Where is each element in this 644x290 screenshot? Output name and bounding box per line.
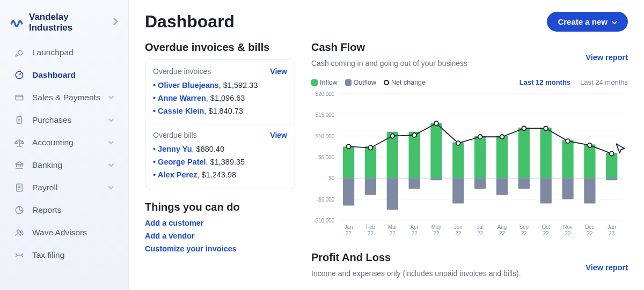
gauge-icon — [14, 70, 25, 80]
outflow-bar — [452, 178, 464, 203]
svg-point-6 — [20, 231, 23, 233]
inflow-bar — [343, 146, 354, 178]
overdue-invoice-name[interactable]: Oliver Bluejeans — [158, 81, 219, 90]
inflow-bar — [562, 140, 573, 179]
cashflow-view-report[interactable]: View report — [586, 53, 628, 62]
sidebar-item-wave-advisors[interactable]: Wave Advisors — [4, 222, 124, 243]
x-tick-label: Sep — [519, 224, 529, 230]
bank-icon — [14, 160, 25, 170]
things-heading: Things you can do — [145, 201, 295, 213]
overdue-bills-title: Overdue bills — [153, 131, 197, 139]
net-point — [500, 135, 504, 139]
netchange-dot — [384, 80, 389, 85]
x-tick-label: Nov — [563, 224, 573, 230]
overdue-card: Overdue invoices View Oliver Bluejeans, … — [145, 59, 295, 189]
chevron-down-icon — [108, 115, 114, 125]
overdue-invoices-view[interactable]: View — [270, 67, 287, 76]
y-tick-label: $15,000 — [316, 112, 335, 118]
inflow-swatch — [311, 79, 318, 86]
main: Dashboard Create a new Overdue invoices … — [129, 0, 644, 290]
sidebar-item-dashboard[interactable]: Dashboard — [4, 64, 124, 86]
sidebar-item-purchases[interactable]: Purchases — [4, 109, 124, 131]
net-point — [456, 141, 460, 145]
page-title: Dashboard — [145, 12, 235, 32]
overdue-bills-view[interactable]: View — [270, 131, 287, 139]
reports-icon — [14, 205, 25, 215]
chevron-down-icon — [108, 183, 114, 192]
outflow-bar — [496, 178, 508, 195]
inflow-bar — [518, 128, 530, 178]
overdue-invoice-name[interactable]: Cassie Klein — [158, 107, 204, 115]
action-customize-your-invoices[interactable]: Customize your invoices — [145, 244, 295, 253]
x-tick-label: Feb — [366, 224, 375, 230]
inflow-bar — [409, 132, 420, 179]
x-tick-label: Jul — [477, 224, 484, 230]
x-tick-label: 22 — [455, 230, 461, 236]
inflow-bar — [474, 136, 486, 179]
overdue-invoice-name[interactable]: Anne Warren — [158, 94, 206, 102]
inflow-bar — [452, 142, 464, 178]
logo-icon — [10, 16, 24, 29]
x-tick-label: 22 — [543, 230, 549, 236]
outflow-bar — [387, 178, 398, 210]
sidebar-item-accounting[interactable]: Accounting — [4, 132, 124, 153]
outflow-bar — [430, 178, 442, 180]
inflow-bar — [540, 128, 552, 178]
net-point — [478, 135, 482, 139]
outflow-bar — [540, 178, 552, 203]
x-tick-label: 22 — [412, 230, 418, 236]
overdue-bill-name[interactable]: George Patel — [158, 158, 206, 166]
overdue-invoice-row: Cassie Klein, $1,840.73 — [153, 105, 287, 117]
action-add-a-customer[interactable]: Add a customer — [145, 219, 295, 227]
inflow-bar — [430, 123, 442, 178]
chart-legend: Inflow Outflow Net change — [311, 79, 426, 86]
overdue-bill-row: George Patel, $1,389.35 — [153, 155, 287, 168]
y-tick-label: $5,000 — [318, 154, 335, 160]
overdue-heading: Overdue invoices & bills — [145, 41, 295, 54]
sidebar-item-banking[interactable]: Banking — [4, 154, 124, 176]
net-point — [434, 121, 438, 125]
sidebar-item-tax-filing[interactable]: Tax filing — [4, 244, 124, 266]
rocket-icon — [14, 47, 25, 58]
overdue-bill-row: Jenny Yu, $880.40 — [153, 143, 287, 155]
card-icon — [14, 92, 25, 103]
x-tick-label: Dec — [585, 224, 595, 230]
x-tick-label: Jun — [454, 224, 463, 230]
create-new-button[interactable]: Create a new — [547, 12, 628, 32]
net-point — [412, 133, 416, 137]
sidebar-item-label: Accounting — [32, 138, 74, 147]
taxes-icon — [14, 250, 25, 261]
net-point — [566, 139, 570, 143]
chevron-right-icon — [113, 17, 119, 28]
overdue-bill-name[interactable]: Alex Perez — [158, 170, 197, 179]
pl-view-report[interactable]: View report — [586, 263, 628, 272]
sidebar-item-sales-payments[interactable]: Sales & Payments — [4, 87, 124, 108]
paycheck-icon — [14, 182, 25, 193]
net-point — [369, 146, 373, 150]
y-tick-label: $20,000 — [316, 91, 335, 97]
action-add-a-vendor[interactable]: Add a vendor — [145, 232, 295, 240]
overdue-bill-row: Alex Perez, $1,243.98 — [153, 168, 287, 181]
x-tick-label: Oct — [542, 224, 551, 230]
outflow-bar — [409, 178, 420, 189]
x-tick-label: 22 — [346, 230, 352, 236]
x-tick-label: 22 — [499, 230, 505, 236]
sidebar-item-launchpad[interactable]: Launchpad — [4, 42, 124, 63]
x-tick-label: 22 — [477, 230, 483, 236]
outflow-swatch — [345, 79, 352, 86]
sidebar-item-reports[interactable]: Reports — [4, 199, 124, 221]
range-12[interactable]: Last 12 months — [519, 78, 570, 86]
pl-heading: Profit And Loss — [311, 251, 521, 264]
clipboard-icon — [14, 115, 25, 125]
x-tick-label: 22 — [368, 230, 374, 236]
x-tick-label: 22 — [434, 230, 440, 236]
company-name: Vandelay Industries — [29, 12, 108, 33]
sidebar-item-payroll[interactable]: Payroll — [4, 177, 124, 198]
overdue-bill-amount: , $1,243.98 — [197, 170, 236, 179]
chevron-down-icon — [108, 93, 114, 102]
range-24[interactable]: Last 24 months — [580, 78, 628, 86]
overdue-bill-name[interactable]: Jenny Yu — [158, 145, 192, 153]
sidebar-item-label: Wave Advisors — [32, 228, 87, 237]
company-switcher[interactable]: Vandelay Industries — [0, 6, 128, 41]
sidebar: Vandelay Industries LaunchpadDashboardSa… — [0, 0, 129, 290]
